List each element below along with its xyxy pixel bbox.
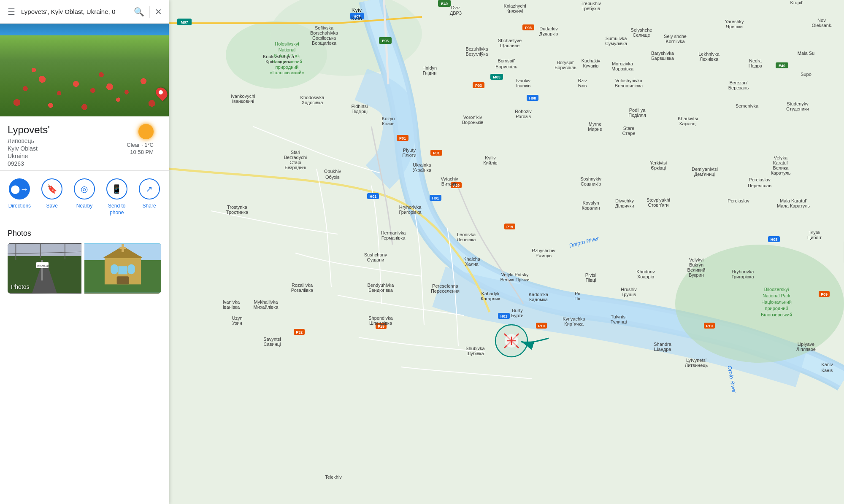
svg-text:Національний: Національний (761, 299, 792, 305)
svg-text:Грушів: Грушів (622, 292, 636, 297)
svg-text:Dudarkiv: Dudarkiv (539, 26, 558, 31)
place-zip: 09263 (8, 160, 161, 167)
share-button[interactable]: ↗ Share (137, 178, 162, 210)
svg-text:Узин: Узин (232, 321, 242, 326)
svg-text:Borschahivka: Borschahivka (310, 30, 338, 35)
sidebar: ☰ Lypovets', Kyiv Oblast, Ukraine, 0 🔍 ✕… (0, 0, 169, 504)
photos-title: Photos (8, 229, 161, 238)
svg-text:Українка: Українка (413, 167, 432, 172)
action-buttons: ⬤→ Directions 🔖 Save ◎ Nearby 📱 Send top… (0, 171, 169, 222)
photo-right-inner (84, 243, 161, 294)
svg-text:Bukryn: Bukryn (689, 262, 703, 267)
svg-text:Безугліўка: Безугліўка (466, 51, 489, 57)
svg-text:Бориспіль: Бориспіль (495, 64, 517, 69)
svg-text:Барвшівка: Барвшівка (651, 56, 674, 61)
svg-text:Поділля: Поділля (628, 113, 646, 118)
svg-text:Харківці: Харківці (679, 121, 696, 126)
svg-text:H01: H01 (370, 194, 377, 199)
hamburger-icon[interactable]: ☰ (5, 5, 18, 19)
svg-text:P32: P32 (296, 330, 303, 334)
svg-text:Борщагівка: Борщагівка (312, 40, 337, 46)
svg-text:Ділвички: Ділвички (615, 203, 634, 208)
svg-text:Kadomka: Kadomka (529, 292, 549, 297)
svg-text:E95: E95 (382, 39, 389, 43)
svg-text:Mykhailivka: Mykhailivka (254, 299, 279, 305)
svg-text:Крюківщина: Крюківщина (265, 59, 292, 64)
svg-text:Liplyave: Liplyave (798, 342, 814, 347)
svg-text:Mala Su: Mala Su (798, 51, 814, 56)
svg-text:Plyuty: Plyuty (403, 148, 416, 153)
svg-text:Trebukhiv: Trebukhiv (581, 1, 601, 6)
svg-text:Soshnykiv: Soshnykiv (580, 176, 602, 181)
svg-text:Tulyntsi: Tulyntsi (611, 314, 627, 319)
svg-text:Ivanivka: Ivanivka (223, 299, 240, 305)
svg-text:Kovalyn: Kovalyn (582, 200, 599, 205)
svg-text:Іванковичі: Іванковичі (232, 99, 254, 104)
svg-text:Khodosivka: Khodosivka (300, 95, 325, 100)
svg-text:Дем'яниці: Дем'яниці (694, 172, 715, 177)
poppy-field-bg (0, 24, 169, 116)
send-circle: 📱 (106, 178, 127, 199)
svg-text:National: National (279, 47, 295, 52)
svg-text:Hryhorivka: Hryhorivka (399, 205, 422, 210)
svg-text:Velyki Pritsky: Velyki Pritsky (501, 272, 529, 277)
svg-text:Kyiliv: Kyiliv (485, 155, 496, 160)
svg-text:Ivankovychi: Ivankovychi (231, 94, 255, 99)
svg-text:Nedra: Nedra (749, 58, 762, 63)
svg-text:Kozyn: Kozyn (382, 116, 395, 121)
svg-text:Обухів: Обухів (325, 175, 340, 180)
svg-text:Ходосівка: Ходосівка (302, 100, 323, 105)
save-button[interactable]: 🔖 Save (39, 178, 65, 210)
svg-text:Shchaslyve: Shchaslyve (498, 38, 522, 43)
svg-text:Stare: Stare (623, 126, 634, 131)
svg-text:Stovp'yakhi: Stovp'yakhi (647, 197, 670, 202)
svg-text:Київ: Київ (351, 15, 362, 22)
svg-text:Березань: Березань (728, 85, 749, 90)
svg-text:Сошників: Сошників (581, 181, 601, 186)
svg-text:Волошинівка: Волошинівка (615, 83, 643, 88)
svg-text:Boryspil': Boryspil' (557, 60, 574, 65)
svg-text:Shpendivka: Shpendivka (368, 315, 393, 321)
svg-text:P03: P03 (525, 26, 532, 30)
svg-text:Telekhiv: Telekhiv (325, 474, 342, 480)
photos-grid[interactable]: ЛИПОВЕЦЬ (8, 243, 161, 294)
svg-text:H08: H08 (529, 96, 536, 100)
nearby-button[interactable]: ◎ Nearby (72, 178, 97, 210)
bookmark-icon: 🔖 (47, 184, 57, 194)
svg-text:Bziv: Bziv (578, 78, 587, 83)
share-label: Share (143, 203, 156, 210)
nearby-label: Nearby (76, 203, 93, 210)
svg-text:Kyr'yachka: Kyr'yachka (563, 316, 585, 321)
svg-text:Lekhnivka: Lekhnivka (698, 51, 720, 57)
svg-text:Kniazhychi: Kniazhychi (503, 3, 526, 8)
svg-text:Uzyn: Uzyn (232, 315, 242, 321)
svg-text:E40: E40 (441, 2, 448, 6)
svg-text:Dvrz: Dvrz (451, 5, 461, 10)
svg-text:Korniivka: Korniivka (665, 39, 685, 44)
svg-text:Шубівка: Шубівка (466, 351, 484, 356)
svg-text:Мирне: Мирне (588, 127, 602, 132)
map-svg: M07 H07 E95 E40 P03 P03 M03 H08 P01 P01 … (169, 0, 844, 504)
svg-text:Shubivka: Shubivka (465, 346, 485, 351)
svg-text:Pereiaslav: Pereiaslav (749, 177, 771, 182)
svg-text:Бзів: Бзів (578, 83, 587, 88)
svg-text:E40: E40 (779, 64, 785, 68)
svg-text:Studenyky: Studenyky (787, 101, 809, 106)
svg-text:Pivtsi: Pivtsi (585, 272, 596, 278)
svg-text:Ярешки: Ярешки (726, 24, 743, 29)
map-area[interactable]: M07 H07 E95 E40 P03 P03 M03 H08 P01 P01 … (169, 0, 844, 504)
svg-text:Pereselenna: Pereselenna (432, 283, 459, 288)
svg-text:Ukrainka: Ukrainka (413, 162, 431, 167)
search-input[interactable]: Lypovets', Kyiv Oblast, Ukraine, 0 (21, 8, 129, 15)
svg-text:Myrne: Myrne (589, 121, 602, 127)
svg-text:Гнідин: Гнідин (423, 70, 437, 75)
directions-button[interactable]: ⬤→ Directions (7, 178, 32, 210)
nearby-circle: ◎ (74, 178, 95, 199)
send-to-phone-button[interactable]: 📱 Send tophone (104, 178, 130, 216)
svg-text:Leonivka: Leonivka (457, 232, 476, 237)
svg-text:Stari: Stari (291, 150, 300, 155)
search-icon[interactable]: 🔍 (132, 5, 146, 19)
svg-text:Плюти: Плюти (402, 153, 417, 158)
svg-text:H01: H01 (500, 314, 508, 318)
close-icon[interactable]: ✕ (153, 5, 164, 19)
